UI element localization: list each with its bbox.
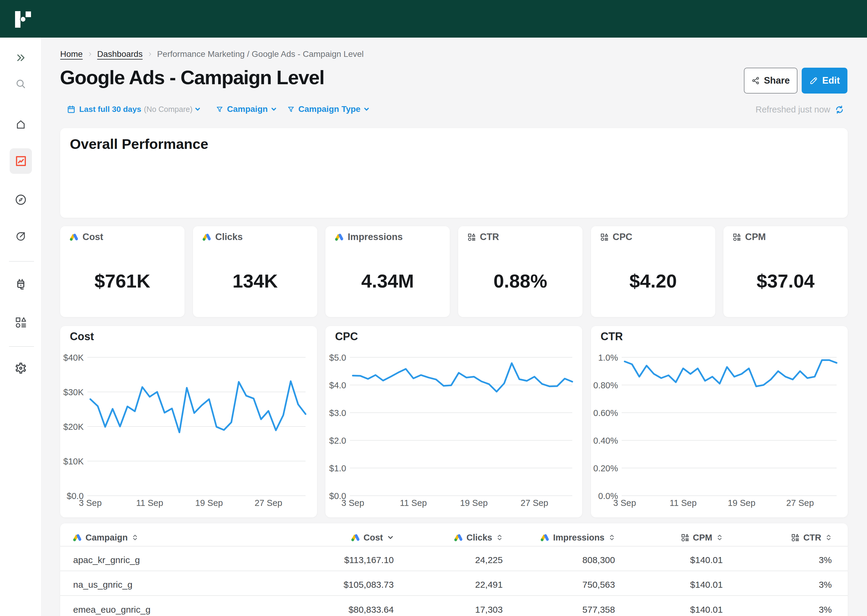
svg-text:$40K: $40K <box>63 353 84 363</box>
svg-text:19 Sep: 19 Sep <box>460 498 488 508</box>
svg-text:3 Sep: 3 Sep <box>613 498 636 508</box>
svg-text:11 Sep: 11 Sep <box>670 498 697 508</box>
svg-text:CTR: CTR <box>601 330 623 343</box>
svg-text:27 Sep: 27 Sep <box>255 498 282 508</box>
svg-text:$2.0: $2.0 <box>329 436 346 445</box>
svg-text:0.20%: 0.20% <box>593 464 618 473</box>
svg-text:19 Sep: 19 Sep <box>195 498 223 508</box>
svg-text:0.60%: 0.60% <box>593 408 618 418</box>
svg-text:CPC: CPC <box>335 330 358 343</box>
svg-text:Cost: Cost <box>70 330 94 343</box>
svg-text:11 Sep: 11 Sep <box>136 498 163 508</box>
svg-text:$20K: $20K <box>63 422 84 432</box>
svg-text:$1.0: $1.0 <box>329 464 346 473</box>
svg-text:0.80%: 0.80% <box>593 380 618 390</box>
svg-text:$5.0: $5.0 <box>329 353 346 363</box>
svg-text:27 Sep: 27 Sep <box>520 498 548 508</box>
svg-text:$4.0: $4.0 <box>329 380 346 390</box>
svg-text:11 Sep: 11 Sep <box>400 498 427 508</box>
svg-text:1.0%: 1.0% <box>598 353 618 363</box>
svg-text:0.40%: 0.40% <box>593 436 618 445</box>
svg-text:3 Sep: 3 Sep <box>79 498 102 508</box>
svg-text:3 Sep: 3 Sep <box>341 498 364 508</box>
svg-text:27 Sep: 27 Sep <box>786 498 814 508</box>
svg-text:$30K: $30K <box>63 387 84 397</box>
svg-text:19 Sep: 19 Sep <box>728 498 755 508</box>
svg-text:$10K: $10K <box>63 457 84 466</box>
svg-text:$3.0: $3.0 <box>329 408 346 418</box>
